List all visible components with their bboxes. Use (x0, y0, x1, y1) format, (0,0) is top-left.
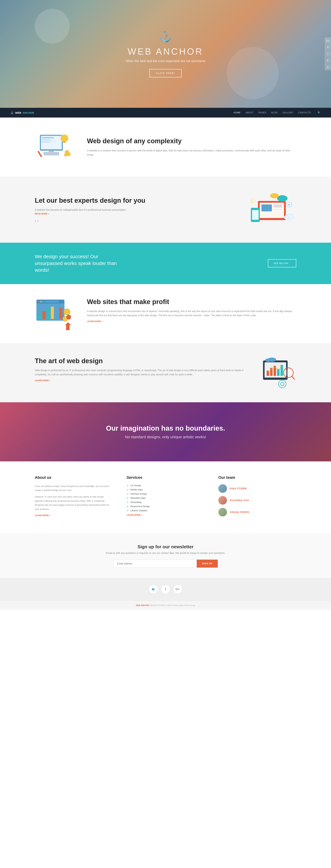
carousel-arrows: ‹ › (35, 219, 234, 223)
nav-blog[interactable]: BLOG (271, 112, 278, 114)
svg-point-36 (38, 301, 39, 302)
nav-logo[interactable]: ⚓ WEB ANCHOR (10, 111, 34, 114)
social-twitter[interactable]: ✦ (325, 44, 331, 51)
svg-rect-20 (274, 205, 282, 208)
check-icon: ✔ (127, 501, 129, 504)
section-experts-text: A website has become an indispensable to… (35, 208, 234, 212)
about-text1: If you are skilled enough, have enough t… (35, 484, 113, 492)
svg-rect-5 (42, 142, 50, 143)
hero-section: ⚓ WEB ANCHOR When the best and the most … (0, 0, 331, 108)
footer-facebook-icon[interactable]: f (161, 585, 170, 594)
newsletter-submit-button[interactable]: SIGN UP (197, 560, 218, 567)
section-art-content: The art of web design Web design is perf… (35, 357, 244, 382)
svg-rect-6 (43, 152, 59, 155)
teal-banner: We design your success! Our unsurpassed … (0, 243, 331, 284)
nav-gallery[interactable]: GALLERY (283, 112, 294, 114)
check-icon: ✔ (127, 509, 129, 512)
next-arrow[interactable]: › (37, 219, 39, 223)
svg-point-26 (270, 193, 279, 198)
section-experts: Let our best experts design for you A we… (0, 177, 331, 243)
hero-title: WEB ANCHOR (128, 46, 203, 57)
svg-rect-40 (38, 314, 41, 319)
avatar-suzanna (218, 496, 227, 505)
section-experts-content: Let our best experts design for you A we… (35, 197, 234, 223)
team-name-suzanna: SUZANNA FOX (230, 499, 249, 502)
nav-anchor-icon: ⚓ (10, 111, 14, 114)
avatar-dina (218, 484, 227, 493)
svg-point-15 (67, 153, 70, 156)
social-sidebar: G+ ✦ f P in (325, 37, 331, 70)
search-icon[interactable]: 🔍 (318, 111, 321, 114)
section-web-design-text: A website is a medium that connects a pe… (87, 149, 296, 157)
art-learn-more[interactable]: LEARN MORE » (35, 379, 51, 382)
social-facebook[interactable]: f (325, 51, 331, 57)
service-ux: ✔ UX Design (127, 484, 205, 487)
nav-links: HOME ABOUT PAGES BLOG GALLERY CONTACTS 🔍 (234, 111, 321, 114)
svg-point-63 (278, 380, 286, 388)
service-wearable: ✔ Wearable Apps (127, 497, 205, 499)
footer: WEB ANCHOR DESIGN STUDIO © 2016 Privacy … (0, 601, 331, 610)
service-lifetime: ✔ Lifetime Updates (127, 509, 205, 512)
svg-point-38 (42, 301, 43, 302)
section-profit: $ Web sites that make profit A website d… (0, 284, 331, 343)
about-learn-more[interactable]: LEARN MORE » (35, 514, 51, 517)
svg-rect-44 (55, 305, 58, 319)
nav-contacts[interactable]: CONTACTS (298, 112, 311, 114)
experts-illustration: ⚙ ♥ (247, 190, 296, 229)
section-profit-content: Web sites that make profit A website des… (87, 298, 296, 323)
svg-line-60 (292, 376, 295, 379)
svg-point-62 (265, 359, 272, 362)
see-below-button[interactable]: SEE BELOW... (268, 259, 296, 267)
social-google-plus[interactable]: G+ (325, 37, 331, 44)
social-pinterest[interactable]: P (325, 57, 331, 64)
hero-anchor-icon: ⚓ (159, 30, 172, 43)
hero-cta-button[interactable]: CLICK HERE! (149, 69, 182, 78)
footer-brand: WEB ANCHOR (136, 604, 149, 607)
experts-read-more[interactable]: READ MORE » (35, 213, 49, 215)
nav-logo-web: WEB (15, 111, 21, 114)
team-column: Our team DINA STORM SUZANNA FOX JOHAN FE… (218, 475, 296, 520)
profit-learn-more[interactable]: LEARN MORE » (87, 320, 103, 323)
section-web-design: Web design of any complexity A website i… (0, 118, 331, 177)
newsletter-form: SIGN UP (113, 560, 218, 567)
teal-banner-text: We design your success! Our unsurpassed … (35, 253, 122, 274)
art-illustration (258, 357, 296, 389)
imagination-subtitle: No standard designs, only unique artisti… (125, 435, 206, 439)
footer-social: 🐦 f G+ (0, 578, 331, 601)
about-text2: However, to save your time and effort, t… (35, 495, 113, 511)
prev-arrow[interactable]: ‹ (35, 219, 36, 223)
profit-illustration: $ (35, 298, 73, 329)
team-title: Our team (218, 475, 296, 480)
section-art: The art of web design Web design is perf… (0, 343, 331, 402)
nav-about[interactable]: ABOUT (246, 112, 253, 114)
team-name-dina: DINA STORM (230, 487, 247, 490)
about-column: About us If you are skilled enough, have… (35, 475, 113, 520)
nav-home[interactable]: HOME (234, 112, 241, 114)
team-member-dina: DINA STORM (218, 484, 296, 493)
imagination-title: Our imagination has no boundaries. (106, 424, 225, 432)
svg-rect-13 (37, 151, 42, 157)
check-icon: ✔ (127, 493, 129, 495)
avatar-johan (218, 508, 227, 517)
svg-text:♥: ♥ (251, 200, 253, 203)
footer-google-plus-icon[interactable]: G+ (173, 585, 182, 594)
newsletter-section: Sign up for our newsletter Email us with… (0, 533, 331, 578)
social-linkedin[interactable]: in (325, 64, 331, 70)
svg-rect-21 (274, 209, 282, 210)
svg-rect-2 (42, 137, 54, 138)
svg-rect-3 (42, 139, 51, 140)
svg-text:$: $ (66, 311, 67, 313)
svg-point-59 (285, 369, 292, 376)
section-art-text: Web design is performed by an IT profess… (35, 368, 244, 377)
svg-point-37 (40, 301, 41, 302)
nav-logo-anchor: ANCHOR (23, 111, 34, 114)
newsletter-email-input[interactable] (113, 560, 197, 567)
navigation: ⚓ WEB ANCHOR HOME ABOUT PAGES BLOG GALLE… (0, 108, 331, 118)
nav-pages[interactable]: PAGES (259, 112, 266, 114)
newsletter-text: Email us with any questions or inquiries… (35, 552, 296, 554)
svg-rect-45 (59, 308, 62, 319)
services-learn-more[interactable]: LEARN MORE » (127, 514, 143, 516)
svg-rect-42 (47, 308, 50, 319)
footer-twitter-icon[interactable]: 🐦 (149, 585, 158, 594)
hero-subtitle: When the best and the most expensive are… (126, 59, 205, 63)
